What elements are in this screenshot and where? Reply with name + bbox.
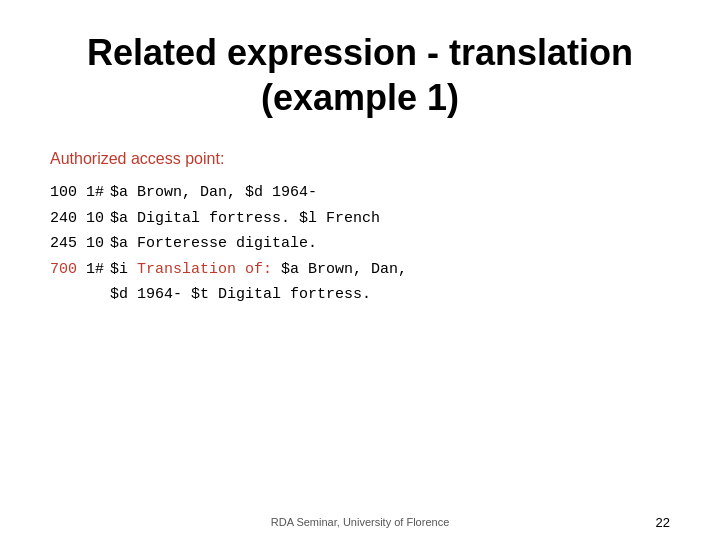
marc-ind-245: 10 [86, 231, 110, 257]
marc-block: 100 1# $a Brown, Dan, $d 1964- 240 10 $a… [50, 180, 670, 308]
marc-ind-700: 1# [86, 257, 110, 283]
title-line2: (example 1) [261, 77, 459, 118]
marc-content-100: $a Brown, Dan, $d 1964- [110, 180, 670, 206]
marc-row-240: 240 10 $a Digital fortress. $l French [50, 206, 670, 232]
marc-tag-100: 100 [50, 180, 86, 206]
marc-content-240: $a Digital fortress. $l French [110, 206, 670, 232]
marc-row-700: 700 1# $i Translation of: $a Brown, Dan, [50, 257, 670, 283]
marc-ind-100: 1# [86, 180, 110, 206]
marc-tag-240: 240 [50, 206, 86, 232]
marc-content-700: $i Translation of: $a Brown, Dan, [110, 257, 670, 283]
translation-of-highlight: Translation of: [137, 261, 272, 278]
marc-tag-245: 245 [50, 231, 86, 257]
title-line1: Related expression - translation [87, 32, 633, 73]
footer-page: 22 [656, 515, 670, 530]
authorized-label: Authorized access point: [50, 150, 670, 168]
footer-seminar: RDA Seminar, University of Florence [271, 516, 450, 528]
marc-row-245: 245 10 $a Forteresse digitale. [50, 231, 670, 257]
marc-continuation-700: $d 1964- $t Digital fortress. [50, 282, 670, 308]
slide-title: Related expression - translation (exampl… [50, 30, 670, 120]
marc-ind-240: 10 [86, 206, 110, 232]
marc-row-100: 100 1# $a Brown, Dan, $d 1964- [50, 180, 670, 206]
marc-content-245: $a Forteresse digitale. [110, 231, 670, 257]
marc-tag-700: 700 [50, 257, 86, 283]
slide-container: Related expression - translation (exampl… [0, 0, 720, 540]
